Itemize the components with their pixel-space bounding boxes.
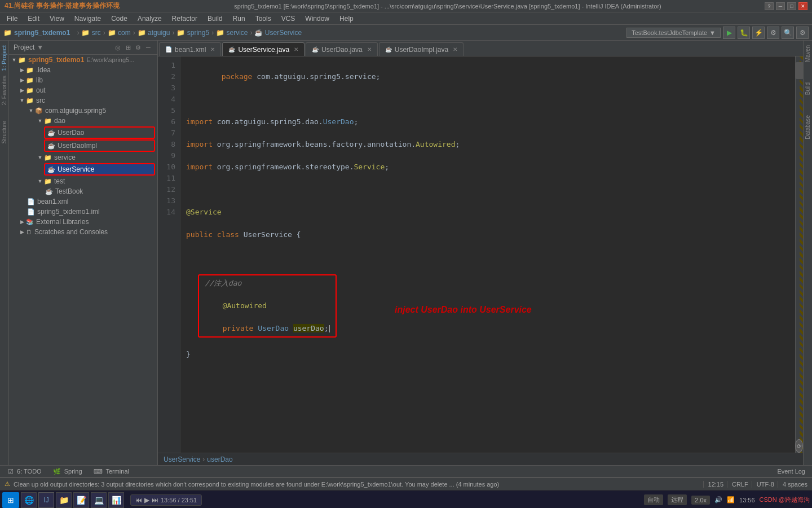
taskbar-app6[interactable]: 📊 <box>108 492 124 508</box>
taskbar-explorer[interactable]: 📁 <box>56 492 72 508</box>
tab-userservice-icon: ☕ <box>228 46 235 52</box>
tab-bean1xml-close[interactable]: ✕ <box>210 46 215 52</box>
bc-userservice[interactable]: ☕ UserService <box>254 29 302 37</box>
menu-code[interactable]: Code <box>107 14 132 24</box>
search-everywhere-btn[interactable]: 🔍 <box>782 27 794 39</box>
tree-userdao[interactable]: ☕ UserDao <box>44 126 155 139</box>
menu-tools[interactable]: Tools <box>251 14 276 24</box>
coverage-btn[interactable]: ⚡ <box>752 27 765 39</box>
taskbar-ie[interactable]: 🌐 <box>21 492 37 508</box>
tree-out[interactable]: ▶ 📁 out <box>9 85 157 95</box>
project-name[interactable]: spring5_txdemo1 <box>14 29 70 37</box>
bc-sep3: › <box>133 29 135 37</box>
status-message[interactable]: Clean up old output directories: 3 outpu… <box>14 481 700 488</box>
status-indent[interactable]: 4 spaces <box>778 481 807 488</box>
tree-package[interactable]: ▼ 📦 com.atguigu.spring5 <box>9 106 157 116</box>
sidebar-dropdown-icon[interactable]: ▼ <box>37 43 43 51</box>
tab-bean1xml[interactable]: 📄 bean1.xml ✕ <box>159 42 221 56</box>
tree-extlibs[interactable]: ▶ 📚 External Libraries <box>9 217 157 227</box>
sidebar-collapse-btn[interactable]: ─ <box>144 43 153 52</box>
run-btn[interactable]: ▶ <box>723 27 735 39</box>
tab-userdao[interactable]: ☕ UserDao.java ✕ <box>306 42 378 56</box>
breadcrumb-userdao[interactable]: userDao <box>207 456 232 463</box>
project-icon: 📁 <box>3 29 12 37</box>
project-side-tab[interactable]: 1: Project <box>1 43 8 73</box>
tab-userservice[interactable]: ☕ UserService.java ✕ <box>222 42 304 56</box>
bc-src[interactable]: 📁 src <box>81 29 100 37</box>
event-log-btn[interactable]: Event Log <box>773 467 810 476</box>
tree-lib[interactable]: ▶ 📁 lib <box>9 75 157 85</box>
close-btn[interactable]: ✕ <box>798 2 807 10</box>
code-editor[interactable]: 1 2 3 4 5 6 7 8 9 10 11 12 13 14 package… <box>158 56 803 453</box>
status-position[interactable]: 12:15 <box>703 481 724 488</box>
tree-dao-folder[interactable]: ▼ 📁 dao <box>9 116 157 126</box>
status-encoding[interactable]: UTF-8 <box>752 481 774 488</box>
bc-spring5[interactable]: 📁 spring5 <box>176 29 209 37</box>
taskbar-app5[interactable]: 💻 <box>91 492 107 508</box>
code-content[interactable]: package com.atguigu.spring5.service; imp… <box>180 56 795 453</box>
scrollbar-warning <box>800 56 803 453</box>
menu-navigate[interactable]: Navigate <box>70 14 105 24</box>
tree-root[interactable]: ▼ 📁 spring5_txdemo1 E:\work\spring5... <box>9 55 157 65</box>
sidebar-expand-btn[interactable]: ⊞ <box>123 43 133 52</box>
menu-help[interactable]: Help <box>335 14 358 24</box>
tab-userdaoimpl[interactable]: ☕ UserDaoImpl.java ✕ <box>379 42 464 56</box>
tree-scratches[interactable]: ▶ 🗒 Scratches and Consoles <box>9 227 157 237</box>
editor-scrollbar[interactable]: ⟳ <box>795 56 803 453</box>
menu-view[interactable]: View <box>45 14 69 24</box>
play-pause-btn[interactable]: ▶ <box>144 496 149 504</box>
tree-src[interactable]: ▼ 📁 src <box>9 95 157 106</box>
debug-btn[interactable]: 🐛 <box>738 27 750 39</box>
tree-bean1xml[interactable]: 📄 bean1.xml <box>9 196 157 207</box>
scroll-btn[interactable]: ⟳ <box>795 439 803 453</box>
start-btn[interactable]: ⊞ <box>2 492 19 508</box>
bottom-tab-terminal[interactable]: ⌨ Terminal <box>88 467 135 476</box>
database-side-tab[interactable]: Database <box>804 111 811 144</box>
menu-build[interactable]: Build <box>203 14 227 24</box>
bc-service[interactable]: 📁 service <box>216 29 248 37</box>
menu-edit[interactable]: Edit <box>23 14 44 24</box>
sidebar-locate-btn[interactable]: ◎ <box>113 43 122 52</box>
taskbar-intellij[interactable]: IJ <box>38 492 54 508</box>
menu-refactor[interactable]: Refactor <box>167 14 202 24</box>
run-config-dropdown[interactable]: TestBook.testJdbcTemplate▼ <box>626 28 721 38</box>
menu-vcs[interactable]: VCS <box>277 14 300 24</box>
prev-btn[interactable]: ⏮ <box>135 496 142 504</box>
build-side-tab[interactable]: Build <box>804 78 811 99</box>
volume-icon[interactable]: 🔊 <box>714 496 722 503</box>
minimize-btn[interactable]: ─ <box>776 2 785 10</box>
help-btn[interactable]: ? <box>765 2 774 10</box>
tab-userdaoimpl-close[interactable]: ✕ <box>453 46 457 52</box>
structure-side-tab[interactable]: Structure <box>1 119 8 146</box>
network-icon[interactable]: 📶 <box>727 496 735 503</box>
menu-file[interactable]: File <box>2 14 22 24</box>
breadcrumb-userservice[interactable]: UserService <box>164 456 200 463</box>
tab-userdao-close[interactable]: ✕ <box>367 46 372 52</box>
menu-run[interactable]: Run <box>228 14 250 24</box>
maven-side-tab[interactable]: Maven <box>804 41 811 67</box>
taskbar-app4[interactable]: 📝 <box>73 492 89 508</box>
tree-userdaoimpl[interactable]: ☕ UserDaoImpl <box>44 139 155 152</box>
tree-testbook[interactable]: ☕ TestBook <box>9 186 157 196</box>
bottom-tab-spring[interactable]: 🌿 Spring <box>47 467 88 476</box>
next-btn[interactable]: ⏭ <box>152 496 158 504</box>
maximize-btn[interactable]: □ <box>787 2 796 10</box>
menu-window[interactable]: Window <box>301 14 334 24</box>
tree-service-folder[interactable]: ▼ 📁 service <box>9 152 157 163</box>
sidebar-settings-btn[interactable]: ⚙ <box>134 43 143 52</box>
tree-idea[interactable]: ▶ 📁 .idea <box>9 65 157 75</box>
favorites-side-tab[interactable]: 2: Favorites <box>1 73 8 107</box>
scroll-thumb[interactable] <box>796 62 803 79</box>
tree-userservice[interactable]: ☕ UserService <box>44 163 155 176</box>
settings-btn[interactable]: ⚙ <box>796 27 809 39</box>
tree-test-folder[interactable]: ▼ 📁 test <box>9 176 157 186</box>
tab-userservice-close[interactable]: ✕ <box>294 46 298 52</box>
bc-com[interactable]: 📁 com <box>108 29 131 37</box>
bottom-tab-todo[interactable]: ☑ 6: TODO <box>2 467 47 476</box>
menu-analyze[interactable]: Analyze <box>133 14 166 24</box>
sidebar-header: Project ▼ ◎ ⊞ ⚙ ─ <box>9 41 157 55</box>
profile-btn[interactable]: ⚙ <box>767 27 779 39</box>
status-crlf[interactable]: CRLF <box>727 481 748 488</box>
bc-atguigu[interactable]: 📁 atguigu <box>138 29 170 37</box>
tree-iml[interactable]: 📄 spring5_txdemo1.iml <box>9 207 157 217</box>
